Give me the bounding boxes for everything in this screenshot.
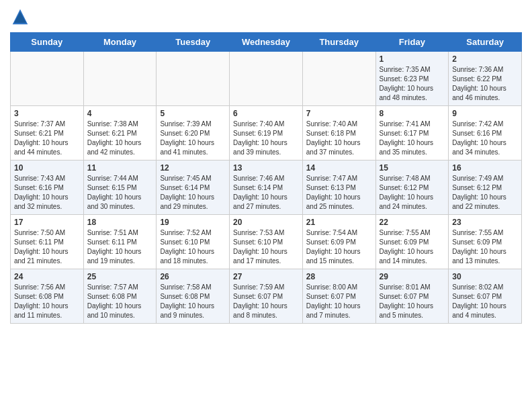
day-info: Sunrise: 7:54 AMSunset: 6:09 PMDaylight:… [306,228,372,266]
calendar-header-row: SundayMondayTuesdayWednesdayThursdayFrid… [11,33,522,52]
calendar-cell: 8Sunrise: 7:41 AMSunset: 6:17 PMDaylight… [375,106,449,161]
calendar-cell [302,52,375,106]
day-info: Sunrise: 8:00 AMSunset: 6:07 PMDaylight:… [306,283,372,320]
day-number: 19 [160,218,226,227]
day-header-friday: Friday [375,33,449,52]
calendar-cell: 23Sunrise: 7:55 AMSunset: 6:09 PMDayligh… [449,215,522,269]
calendar-cell: 16Sunrise: 7:49 AMSunset: 6:12 PMDayligh… [449,161,522,215]
day-number: 2 [452,54,518,64]
day-number: 9 [452,109,518,118]
day-info: Sunrise: 8:02 AMSunset: 6:07 PMDaylight:… [452,283,518,320]
day-header-tuesday: Tuesday [157,33,230,52]
day-info: Sunrise: 7:56 AMSunset: 6:08 PMDaylight:… [14,283,80,320]
calendar-cell [157,52,230,106]
calendar-cell: 22Sunrise: 7:55 AMSunset: 6:09 PMDayligh… [375,215,449,269]
calendar-week-4: 17Sunrise: 7:50 AMSunset: 6:11 PMDayligh… [11,215,522,269]
calendar-cell [230,52,303,106]
page-container: SundayMondayTuesdayWednesdayThursdayFrid… [0,0,532,330]
calendar-week-2: 3Sunrise: 7:37 AMSunset: 6:21 PMDaylight… [11,106,522,161]
day-number: 4 [87,109,153,118]
day-number: 30 [452,272,518,281]
calendar-cell: 28Sunrise: 8:00 AMSunset: 6:07 PMDayligh… [302,269,375,324]
day-number: 16 [452,163,518,173]
calendar-cell: 25Sunrise: 7:57 AMSunset: 6:08 PMDayligh… [83,269,157,324]
calendar-cell: 7Sunrise: 7:40 AMSunset: 6:18 PMDaylight… [302,106,375,161]
day-info: Sunrise: 7:58 AMSunset: 6:08 PMDaylight:… [160,283,226,320]
day-number: 7 [306,109,372,118]
day-number: 18 [87,218,153,227]
day-info: Sunrise: 7:48 AMSunset: 6:12 PMDaylight:… [380,174,445,212]
calendar-cell: 26Sunrise: 7:58 AMSunset: 6:08 PMDayligh… [157,269,230,324]
calendar-cell: 2Sunrise: 7:36 AMSunset: 6:22 PMDaylight… [449,52,522,106]
calendar-cell: 17Sunrise: 7:50 AMSunset: 6:11 PMDayligh… [11,215,84,269]
day-info: Sunrise: 7:51 AMSunset: 6:11 PMDaylight:… [87,228,153,266]
svg-marker-1 [14,12,26,24]
day-info: Sunrise: 7:43 AMSunset: 6:16 PMDaylight:… [14,174,80,212]
day-header-wednesday: Wednesday [230,33,303,52]
day-info: Sunrise: 7:53 AMSunset: 6:10 PMDaylight:… [233,228,299,266]
calendar-cell: 18Sunrise: 7:51 AMSunset: 6:11 PMDayligh… [83,215,157,269]
day-number: 12 [160,163,226,173]
calendar-cell: 30Sunrise: 8:02 AMSunset: 6:07 PMDayligh… [449,269,522,324]
day-number: 29 [380,272,445,281]
day-info: Sunrise: 7:39 AMSunset: 6:20 PMDaylight:… [160,120,226,157]
calendar-week-5: 24Sunrise: 7:56 AMSunset: 6:08 PMDayligh… [11,269,522,324]
calendar-cell: 15Sunrise: 7:48 AMSunset: 6:12 PMDayligh… [375,161,449,215]
calendar-cell: 12Sunrise: 7:45 AMSunset: 6:14 PMDayligh… [157,161,230,215]
day-number: 8 [380,109,445,118]
day-number: 5 [160,109,226,118]
calendar-cell: 4Sunrise: 7:38 AMSunset: 6:21 PMDaylight… [83,106,157,161]
logo-icon [10,7,30,27]
calendar-cell: 13Sunrise: 7:46 AMSunset: 6:14 PMDayligh… [230,161,303,215]
day-number: 11 [87,163,153,173]
day-header-thursday: Thursday [302,33,375,52]
calendar-cell: 21Sunrise: 7:54 AMSunset: 6:09 PMDayligh… [302,215,375,269]
day-info: Sunrise: 7:42 AMSunset: 6:16 PMDaylight:… [452,120,518,157]
day-number: 25 [87,272,153,281]
day-number: 1 [380,54,445,64]
calendar-cell: 3Sunrise: 7:37 AMSunset: 6:21 PMDaylight… [11,106,84,161]
day-info: Sunrise: 7:40 AMSunset: 6:19 PMDaylight:… [233,120,299,157]
day-number: 10 [14,163,80,173]
day-header-monday: Monday [83,33,157,52]
calendar-body: 1Sunrise: 7:35 AMSunset: 6:23 PMDaylight… [11,52,522,324]
day-info: Sunrise: 7:57 AMSunset: 6:08 PMDaylight:… [87,283,153,320]
day-info: Sunrise: 7:50 AMSunset: 6:11 PMDaylight:… [14,228,80,266]
calendar-table: SundayMondayTuesdayWednesdayThursdayFrid… [10,32,522,324]
calendar-cell: 14Sunrise: 7:47 AMSunset: 6:13 PMDayligh… [302,161,375,215]
logo [10,7,33,27]
day-number: 26 [160,272,226,281]
calendar-cell: 1Sunrise: 7:35 AMSunset: 6:23 PMDaylight… [375,52,449,106]
calendar-week-1: 1Sunrise: 7:35 AMSunset: 6:23 PMDaylight… [11,52,522,106]
day-info: Sunrise: 7:40 AMSunset: 6:18 PMDaylight:… [306,120,372,157]
day-number: 6 [233,109,299,118]
calendar-cell [83,52,157,106]
calendar-cell: 6Sunrise: 7:40 AMSunset: 6:19 PMDaylight… [230,106,303,161]
calendar-cell: 9Sunrise: 7:42 AMSunset: 6:16 PMDaylight… [449,106,522,161]
calendar-cell: 10Sunrise: 7:43 AMSunset: 6:16 PMDayligh… [11,161,84,215]
day-info: Sunrise: 7:45 AMSunset: 6:14 PMDaylight:… [160,174,226,212]
day-info: Sunrise: 7:41 AMSunset: 6:17 PMDaylight:… [380,120,445,157]
day-number: 28 [306,272,372,281]
day-info: Sunrise: 7:44 AMSunset: 6:15 PMDaylight:… [87,174,153,212]
calendar-cell: 24Sunrise: 7:56 AMSunset: 6:08 PMDayligh… [11,269,84,324]
day-number: 24 [14,272,80,281]
day-info: Sunrise: 7:52 AMSunset: 6:10 PMDaylight:… [160,228,226,266]
day-header-sunday: Sunday [11,33,84,52]
day-number: 27 [233,272,299,281]
day-info: Sunrise: 8:01 AMSunset: 6:07 PMDaylight:… [380,283,445,320]
calendar-cell [11,52,84,106]
calendar-cell: 5Sunrise: 7:39 AMSunset: 6:20 PMDaylight… [157,106,230,161]
day-number: 23 [452,218,518,227]
day-info: Sunrise: 7:49 AMSunset: 6:12 PMDaylight:… [452,174,518,212]
day-number: 15 [380,163,445,173]
day-info: Sunrise: 7:55 AMSunset: 6:09 PMDaylight:… [452,228,518,266]
day-info: Sunrise: 7:46 AMSunset: 6:14 PMDaylight:… [233,174,299,212]
calendar-cell: 19Sunrise: 7:52 AMSunset: 6:10 PMDayligh… [157,215,230,269]
day-info: Sunrise: 7:36 AMSunset: 6:22 PMDaylight:… [452,65,518,103]
day-number: 22 [380,218,445,227]
day-info: Sunrise: 7:47 AMSunset: 6:13 PMDaylight:… [306,174,372,212]
day-info: Sunrise: 7:37 AMSunset: 6:21 PMDaylight:… [14,120,80,157]
day-number: 21 [306,218,372,227]
day-header-saturday: Saturday [449,33,522,52]
